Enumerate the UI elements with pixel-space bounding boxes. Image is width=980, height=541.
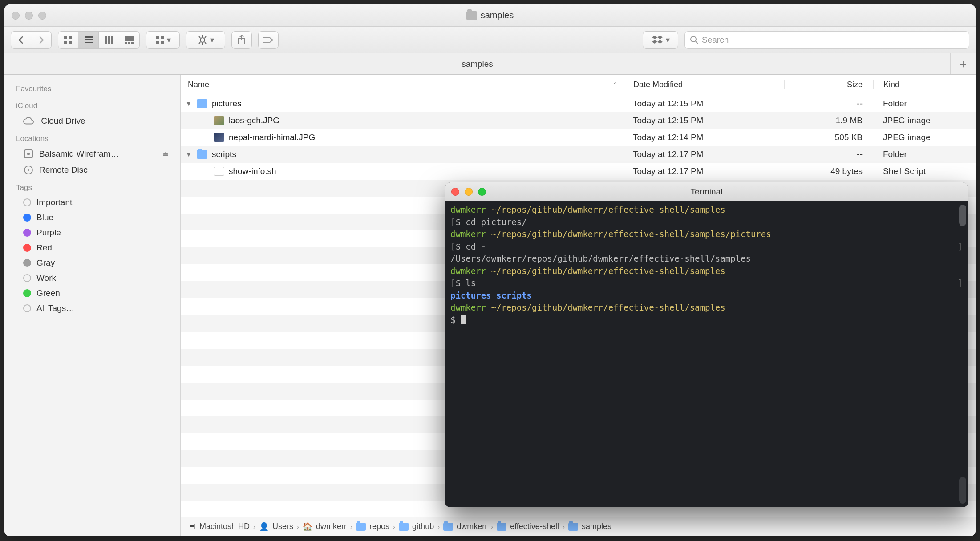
path-label: Users bbox=[272, 522, 293, 531]
terminal-path: ~/repos/github/dwmkerr/effective-shell/s… bbox=[491, 303, 725, 312]
search-input[interactable] bbox=[702, 35, 964, 45]
minimize-button[interactable] bbox=[465, 188, 473, 196]
column-label: Kind bbox=[883, 80, 899, 89]
path-label: github bbox=[412, 522, 434, 531]
sidebar-item-icloud-drive[interactable]: iCloud Drive bbox=[4, 113, 180, 129]
path-segment[interactable]: effective-shell bbox=[497, 522, 559, 531]
new-tab-button[interactable]: ＋ bbox=[951, 53, 976, 74]
table-row[interactable]: nepal-mardi-himal.JPGToday at 12:14 PM50… bbox=[181, 129, 976, 146]
share-button[interactable] bbox=[231, 31, 252, 49]
sidebar-tag-all[interactable]: All Tags… bbox=[4, 301, 180, 316]
scrollbar-thumb[interactable] bbox=[959, 477, 966, 504]
path-segment[interactable]: repos bbox=[356, 522, 389, 531]
sidebar-item-remote-disc[interactable]: Remote Disc bbox=[4, 162, 180, 178]
list-icon bbox=[84, 36, 93, 44]
terminal-body[interactable]: dwmkerr ~/repos/github/dwmkerr/effective… bbox=[445, 201, 968, 507]
scrollbar-thumb[interactable] bbox=[959, 205, 966, 226]
sidebar-tag-important[interactable]: Important bbox=[4, 195, 180, 210]
arrange-button[interactable]: ▾ bbox=[146, 31, 180, 49]
users-icon: 👤 bbox=[259, 522, 269, 532]
sidebar-item-label: Red bbox=[36, 243, 52, 253]
cell-size: -- bbox=[784, 99, 873, 109]
table-row[interactable]: show-info.shToday at 12:17 PM49 bytesShe… bbox=[181, 163, 976, 180]
svg-rect-4 bbox=[85, 36, 93, 38]
close-button[interactable] bbox=[451, 188, 459, 196]
path-segment[interactable]: dwmkerr bbox=[443, 522, 487, 531]
gallery-view-button[interactable] bbox=[119, 31, 140, 49]
sidebar-tag-blue[interactable]: Blue bbox=[4, 210, 180, 225]
sidebar-item-balsamiq[interactable]: Balsamiq Wirefram… ⏏ bbox=[4, 146, 180, 162]
column-label: Date Modified bbox=[633, 80, 683, 89]
svg-rect-0 bbox=[64, 36, 67, 39]
tag-dot bbox=[23, 274, 31, 282]
sidebar-tag-gray[interactable]: Gray bbox=[4, 255, 180, 270]
chevron-right-icon bbox=[38, 36, 45, 44]
sidebar-heading-icloud: iCloud bbox=[4, 96, 180, 113]
terminal-command: cd pictures/ bbox=[466, 217, 526, 227]
sidebar-tag-green[interactable]: Green bbox=[4, 286, 180, 301]
table-row[interactable]: laos-gch.JPGToday at 12:15 PM1.9 MBJPEG … bbox=[181, 112, 976, 129]
svg-rect-13 bbox=[131, 42, 134, 44]
path-label: dwmkerr bbox=[316, 522, 347, 531]
close-button[interactable] bbox=[12, 12, 20, 20]
action-button[interactable]: ▾ bbox=[186, 31, 225, 49]
svg-line-23 bbox=[199, 36, 200, 38]
svg-rect-17 bbox=[161, 41, 164, 44]
disclosure-triangle-icon[interactable]: ▼ bbox=[185, 100, 192, 107]
sidebar-item-label: Remote Disc bbox=[39, 165, 88, 175]
search-icon bbox=[690, 36, 698, 44]
cell-date: Today at 12:14 PM bbox=[624, 133, 784, 142]
table-row[interactable]: ▼scriptsToday at 12:17 PM--Folder bbox=[181, 146, 976, 163]
view-group bbox=[58, 31, 140, 49]
svg-rect-16 bbox=[156, 41, 159, 44]
sidebar-tag-red[interactable]: Red bbox=[4, 240, 180, 255]
tab-label: samples bbox=[462, 59, 493, 69]
back-button[interactable] bbox=[11, 31, 31, 49]
svg-rect-12 bbox=[128, 42, 130, 44]
path-label: dwmkerr bbox=[457, 522, 487, 531]
terminal-user: dwmkerr bbox=[450, 229, 486, 239]
svg-rect-9 bbox=[111, 36, 113, 44]
column-view-button[interactable] bbox=[99, 31, 119, 49]
file-name: laos-gch.JPG bbox=[229, 116, 279, 125]
svg-line-30 bbox=[696, 41, 698, 44]
svg-line-24 bbox=[205, 42, 206, 44]
eject-icon[interactable]: ⏏ bbox=[162, 150, 169, 158]
tab-bar: samples ＋ bbox=[4, 53, 976, 75]
minimize-button[interactable] bbox=[25, 12, 33, 20]
terminal-prompt: $ bbox=[455, 278, 460, 288]
disclosure-triangle-icon[interactable]: ▼ bbox=[185, 151, 192, 158]
folder-icon bbox=[356, 523, 366, 531]
sidebar-tag-purple[interactable]: Purple bbox=[4, 225, 180, 240]
path-segment[interactable]: github bbox=[399, 522, 434, 531]
sidebar-tag-work[interactable]: Work bbox=[4, 270, 180, 286]
chevron-right-icon: › bbox=[562, 523, 566, 530]
column-header-name[interactable]: Name ⌃ bbox=[181, 80, 624, 89]
terminal-user: dwmkerr bbox=[450, 205, 486, 214]
forward-button[interactable] bbox=[31, 31, 52, 49]
search-field[interactable] bbox=[684, 31, 969, 49]
tags-button[interactable] bbox=[258, 31, 279, 49]
zoom-button[interactable] bbox=[478, 188, 486, 196]
svg-rect-7 bbox=[105, 36, 107, 44]
path-segment[interactable]: 👤Users bbox=[259, 522, 293, 532]
column-header-date[interactable]: Date Modified bbox=[624, 80, 784, 89]
file-name: pictures bbox=[212, 99, 242, 109]
path-segment[interactable]: 🖥Macintosh HD bbox=[188, 522, 250, 531]
icon-view-button[interactable] bbox=[58, 31, 78, 49]
column-header-size[interactable]: Size bbox=[784, 80, 873, 89]
terminal-prompt: $ bbox=[455, 242, 460, 251]
sidebar-item-label: Balsamiq Wirefram… bbox=[39, 149, 119, 159]
terminal-path: ~/repos/github/dwmkerr/effective-shell/s… bbox=[491, 266, 725, 276]
column-header-kind[interactable]: Kind bbox=[873, 80, 976, 89]
path-segment[interactable]: 🏠dwmkerr bbox=[303, 522, 347, 532]
zoom-button[interactable] bbox=[38, 12, 46, 20]
path-segment[interactable]: samples bbox=[568, 522, 611, 531]
terminal-user: dwmkerr bbox=[450, 266, 486, 276]
folder-icon bbox=[497, 523, 506, 531]
tab-samples[interactable]: samples bbox=[4, 53, 951, 74]
table-row[interactable]: ▼picturesToday at 12:15 PM--Folder bbox=[181, 95, 976, 112]
gallery-icon bbox=[125, 36, 134, 44]
dropbox-button[interactable]: ▾ bbox=[643, 31, 678, 49]
list-view-button[interactable] bbox=[78, 31, 99, 49]
